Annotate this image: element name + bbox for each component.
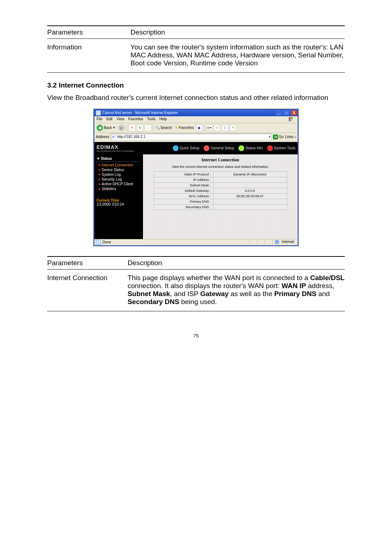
nav-tools-icon	[267, 145, 273, 151]
table-row: Default Gateway :0.0.0.0	[154, 188, 287, 193]
table-row: Attain IP Protocol :Dynamic IP disconnec…	[154, 171, 287, 177]
window-titlebar: Cannot find server - Microsoft Internet …	[94, 110, 298, 116]
home-icon: ⌂	[147, 126, 149, 130]
panel-subtitle: View the current internet connection sta…	[144, 164, 297, 171]
internet-zone-icon	[275, 240, 279, 244]
mail-icon: ✉	[216, 126, 219, 130]
back-icon: ◄	[97, 125, 103, 131]
sidebar-item-device-status[interactable]: Device Status	[99, 167, 141, 172]
menu-favorites[interactable]: Favorites	[128, 117, 143, 121]
current-time-value: 1/1/2000 3:53:14	[97, 202, 141, 206]
refresh-button[interactable]: ↻	[137, 125, 143, 131]
router-header: EDIMAX NETWORKING PEOPLE TOGETHER Quick …	[94, 142, 298, 154]
home-button[interactable]: ⌂	[145, 125, 151, 131]
nav-quick-setup[interactable]: Quick Setup	[173, 145, 199, 151]
menu-tools[interactable]: Tools	[147, 117, 155, 121]
favorites-button[interactable]: ★ Favorites	[174, 125, 195, 130]
table-row: Primary DNS :	[154, 199, 287, 204]
links-button[interactable]: Links »	[285, 135, 296, 139]
status-done: Done	[102, 240, 111, 244]
status-zone: Internet	[282, 240, 294, 244]
sidebar-item-security-log[interactable]: Security Log	[99, 177, 141, 182]
edit-button[interactable]: ✎	[230, 125, 236, 131]
router-logo-sub: NETWORKING PEOPLE TOGETHER	[97, 150, 134, 152]
maximize-button[interactable]: □	[283, 110, 289, 116]
address-value: http://192.168.2.1	[117, 135, 146, 139]
col-header-description: Description	[127, 256, 345, 270]
menubar: File Edit View Favorites Tools Help	[94, 116, 298, 123]
param-internet-connection: Internet Connection	[47, 272, 127, 311]
search-button[interactable]: 🔍 Search	[155, 125, 173, 130]
sidebar-item-statistics[interactable]: Statistics	[99, 186, 141, 191]
table-row: MAC Address :00:0E:2E:00:08:47	[154, 193, 287, 199]
statusbar: Done Internet	[94, 239, 298, 245]
sidebar: Status Internet Connection Device Status…	[94, 154, 143, 239]
nav-general-setup[interactable]: General Setup	[204, 145, 234, 151]
close-button[interactable]: X	[291, 110, 297, 116]
back-button[interactable]: ◄ Back ▼	[96, 124, 116, 132]
parameters-table-1: Parameters Description Information You c…	[47, 25, 345, 73]
panel-title: Internet Connection	[144, 155, 297, 164]
sidebar-list: Internet Connection Device Status System…	[97, 163, 141, 191]
windows-flag-icon	[288, 117, 293, 122]
search-icon: 🔍	[155, 126, 160, 130]
sidebar-item-internet-connection[interactable]: Internet Connection	[99, 163, 141, 167]
edit-icon: ✎	[232, 126, 234, 130]
table-row: IP Address :	[154, 177, 287, 182]
nav-status-info[interactable]: Status Info	[238, 145, 263, 151]
col-header-parameters: Parameters	[47, 26, 131, 39]
minimize-button[interactable]: _	[276, 110, 282, 116]
nav-system-tools[interactable]: System Tools	[267, 145, 295, 151]
window-controls: _ □ X	[275, 110, 297, 116]
stop-button[interactable]: ×	[129, 125, 135, 131]
print-button[interactable]: ⎙	[222, 125, 228, 131]
print-icon: ⎙	[224, 126, 226, 130]
media-icon: ◉	[197, 126, 201, 130]
forward-button[interactable]: ►	[118, 124, 126, 132]
menu-help[interactable]: Help	[159, 117, 167, 121]
nav-general-icon	[204, 145, 209, 151]
ie-screenshot: Cannot find server - Microsoft Internet …	[94, 109, 298, 246]
param-information-desc: You can see the router's system informat…	[131, 41, 345, 73]
star-icon: ★	[175, 126, 178, 130]
page-number: 75	[47, 333, 345, 339]
param-internet-connection-desc: This page displays whether the WAN port …	[127, 272, 345, 311]
history-button[interactable]: ◷▾	[206, 125, 212, 131]
ie-app-icon	[96, 110, 101, 116]
menu-edit[interactable]: Edit	[106, 117, 113, 121]
nav-quick-icon	[173, 145, 179, 151]
col-header-description: Description	[131, 26, 345, 39]
go-button[interactable]: ➔ Go	[273, 134, 283, 140]
chevron-down-icon: ▼	[113, 126, 115, 129]
links-chevron-icon: »	[295, 136, 296, 139]
section-intro: View the Broadband router's current Inte…	[47, 93, 345, 102]
done-icon	[96, 240, 101, 245]
media-button[interactable]: ◉	[196, 125, 203, 131]
connection-info-table: Attain IP Protocol :Dynamic IP disconnec…	[154, 171, 287, 210]
param-information: Information	[47, 41, 131, 73]
mail-button[interactable]: ✉	[214, 125, 220, 131]
menu-view[interactable]: View	[117, 117, 124, 121]
nav-status-icon	[238, 145, 244, 151]
stop-icon: ×	[131, 126, 133, 130]
address-bar: Address http://192.168.2.1 ▾ ➔ Go Links …	[94, 133, 298, 142]
menu-file[interactable]: File	[97, 117, 102, 121]
refresh-icon: ↻	[139, 126, 142, 130]
page-icon	[112, 135, 116, 139]
go-icon: ➔	[273, 134, 278, 140]
toolbar: ◄ Back ▼ ► × ↻ ⌂ 🔍 Search ★ Favorites ◉ …	[94, 123, 298, 133]
address-dropdown-icon[interactable]: ▾	[269, 135, 270, 138]
table-row: Subnet Mask :	[154, 182, 287, 188]
address-label: Address	[96, 135, 109, 139]
parameters-table-2: Parameters Description Internet Connecti…	[47, 256, 345, 311]
sidebar-item-system-log[interactable]: System Log	[99, 172, 141, 177]
router-logo: EDIMAX	[97, 144, 134, 150]
window-title: Cannot find server - Microsoft Internet …	[102, 111, 178, 115]
router-main: Internet Connection View the current int…	[143, 154, 298, 239]
address-input[interactable]: http://192.168.2.1 ▾	[111, 134, 271, 140]
sidebar-heading: Status	[97, 157, 141, 162]
history-icon: ◷	[207, 126, 210, 130]
sidebar-item-active-dhcp[interactable]: Active DHCP Client	[99, 182, 141, 186]
current-time-label: Current Time	[97, 198, 141, 202]
section-heading: 3.2 Internet Connection	[47, 81, 345, 89]
